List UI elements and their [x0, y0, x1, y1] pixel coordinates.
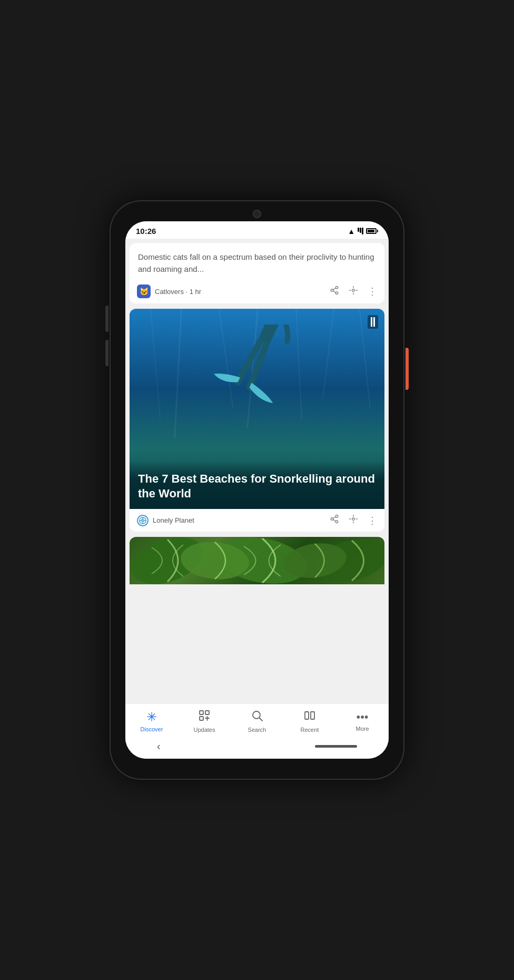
- svg-rect-23: [200, 717, 203, 720]
- article-title-overlay: The 7 Best Beaches for Snorkelling aroun…: [130, 461, 384, 509]
- back-button[interactable]: ‹: [157, 740, 161, 752]
- snorkeling-article-actions: ⋮: [330, 514, 377, 526]
- nav-label-more: More: [355, 726, 369, 732]
- share-icon-2[interactable]: [330, 514, 339, 526]
- cat-article-actions: ⋮: [330, 286, 377, 298]
- bottom-navigation: ✳ Discover Updates: [125, 703, 389, 736]
- svg-point-15: [352, 518, 355, 521]
- more-icon[interactable]: ⋮: [368, 286, 377, 297]
- discover-icon: ✳: [146, 710, 157, 724]
- status-time: 10:26: [136, 227, 156, 236]
- svg-line-14: [333, 517, 335, 518]
- nav-label-updates: Updates: [194, 727, 215, 733]
- nav-item-updates[interactable]: Updates: [189, 709, 220, 733]
- svg-line-13: [333, 520, 335, 521]
- cat-source-name: Catlovers · 1 hr: [155, 288, 325, 296]
- nav-label-recent: Recent: [301, 727, 319, 733]
- more-dots-icon: •••: [356, 710, 368, 724]
- power-button[interactable]: [406, 348, 409, 390]
- volume-down-button[interactable]: [105, 340, 108, 366]
- more-icon-2[interactable]: ⋮: [368, 515, 377, 526]
- svg-line-4: [333, 288, 335, 289]
- battery-icon: [366, 228, 378, 234]
- snorkeling-article-card[interactable]: The 7 Best Beaches for Snorkelling aroun…: [130, 309, 384, 532]
- snorkeling-title: The 7 Best Beaches for Snorkelling aroun…: [138, 472, 376, 502]
- share-icon[interactable]: [330, 286, 339, 298]
- status-bar: 10:26 ▲: [125, 221, 389, 239]
- nav-item-discover[interactable]: ✳ Discover: [136, 710, 167, 732]
- camera: [253, 210, 261, 218]
- snorkeling-bg: The 7 Best Beaches for Snorkelling aroun…: [130, 309, 384, 509]
- phone-top-area: [110, 200, 404, 221]
- status-icons: ▲: [348, 227, 378, 236]
- svg-rect-21: [200, 711, 203, 714]
- nav-item-search[interactable]: Search: [241, 709, 273, 733]
- nav-label-search: Search: [248, 727, 266, 733]
- snorkeling-article-footer: Lonely Planet: [130, 509, 384, 532]
- nav-item-recent[interactable]: Recent: [294, 709, 325, 733]
- svg-line-25: [260, 718, 263, 721]
- signal-icon: [358, 228, 363, 234]
- svg-rect-27: [311, 712, 314, 719]
- cat-article-body: Domestic cats fall on a spectrum based o…: [130, 243, 384, 279]
- snorkeling-image: The 7 Best Beaches for Snorkelling aroun…: [130, 309, 384, 509]
- bookmark-icon[interactable]: [368, 315, 378, 329]
- nav-item-more[interactable]: ••• More: [347, 710, 378, 732]
- cat-article-footer: 🐱 Catlovers · 1 hr: [130, 279, 384, 303]
- screen: 10:26 ▲: [125, 221, 389, 759]
- lp-source-name: Lonely Planet: [153, 516, 325, 524]
- snorkeler-figure: [130, 325, 384, 472]
- updates-icon: [198, 709, 211, 725]
- pin-icon-2[interactable]: [349, 514, 358, 526]
- plant-image: [130, 537, 384, 584]
- plant-article-card[interactable]: [130, 537, 384, 584]
- home-indicator[interactable]: [315, 745, 357, 748]
- wifi-icon: ▲: [348, 227, 355, 236]
- lonely-planet-logo: [137, 515, 149, 526]
- cat-article-card[interactable]: Domestic cats fall on a spectrum based o…: [130, 243, 384, 303]
- volume-up-button[interactable]: [105, 306, 108, 332]
- search-icon: [251, 709, 263, 725]
- nav-label-discover: Discover: [141, 726, 163, 732]
- content-feed: Domestic cats fall on a spectrum based o…: [125, 239, 389, 703]
- svg-line-3: [333, 291, 335, 292]
- catlovers-icon-symbol: 🐱: [140, 287, 149, 296]
- recent-icon: [303, 709, 316, 725]
- svg-rect-26: [305, 712, 309, 719]
- svg-point-5: [352, 289, 355, 291]
- pin-icon[interactable]: [349, 286, 358, 298]
- catlovers-icon: 🐱: [137, 285, 151, 298]
- svg-rect-22: [205, 711, 209, 714]
- phone-device: 10:26 ▲: [110, 200, 404, 780]
- home-bar: ‹: [125, 736, 389, 759]
